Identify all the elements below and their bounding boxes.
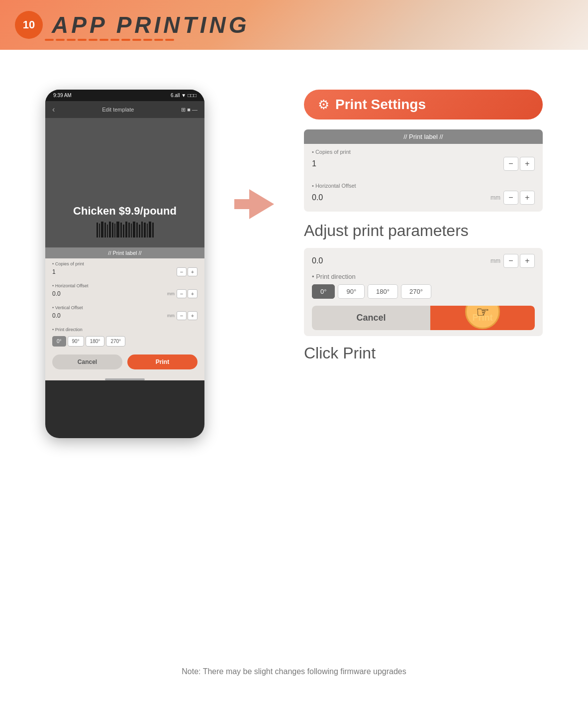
action-row: Cancel Print ☞ <box>312 306 535 330</box>
phone-status-bar: 9:39 AM 6.all ▼ □□□ <box>45 90 204 101</box>
card2-horizontal-stepper[interactable]: − + <box>503 254 535 268</box>
print-settings-panel: ⚙ Print Settings // Print label // • Cop… <box>304 90 543 362</box>
card1-horizontal-minus[interactable]: − <box>503 191 518 205</box>
card1-header: // Print label // <box>304 129 543 144</box>
settings-gear-icon: ⚙ <box>318 97 329 113</box>
phone-horizontal-minus[interactable]: − <box>177 289 187 298</box>
phone-vertical-row: 0.0 mm − + <box>52 311 197 320</box>
phone-copies-value: 1 <box>52 268 56 275</box>
phone-nav-title: Edit template <box>102 107 134 113</box>
header-title: APP PRINTING <box>52 11 249 38</box>
phone-copies-row: 1 − + <box>52 267 197 276</box>
header-number: 10 <box>15 11 43 39</box>
phone-back-icon[interactable]: ‹ <box>52 105 55 114</box>
card1-horizontal-label: • Horizontal Offset <box>312 183 535 189</box>
phone-direction-field: • Print direction <box>45 324 204 334</box>
phone-dir-270[interactable]: 270° <box>106 336 125 347</box>
phone-vertical-minus[interactable]: − <box>177 311 187 320</box>
card1-copies-field: • Copies of print 1 − + <box>304 144 543 178</box>
phone-battery: 6.all ▼ □□□ <box>171 93 196 98</box>
click-print-text: Click Print <box>304 344 543 362</box>
card2-horizontal-plus[interactable]: + <box>520 254 535 268</box>
bottom-note: Note: There may be slight changes follow… <box>0 667 588 676</box>
phone-horizontal-unit: mm <box>167 291 175 296</box>
print-button-wrapper: Print ☞ <box>430 306 535 330</box>
arrow-right-indicator <box>234 189 274 219</box>
phone-copies-minus[interactable]: − <box>177 267 187 276</box>
phone-vertical-stepper[interactable]: − + <box>177 311 197 320</box>
card2-direction-label: • Print direction <box>312 273 535 280</box>
header-banner: 10 APP PRINTING <box>0 0 588 50</box>
phone-horizontal-value: 0.0 <box>52 290 61 297</box>
phone-nav-bar: ‹ Edit template ⊞ ■ — <box>45 101 204 118</box>
phone-copies-label: • Copies of print <box>52 261 197 266</box>
phone-direction-row: 0° 90° 180° 270° <box>52 336 197 347</box>
phone-vertical-unit: mm <box>167 313 175 318</box>
phone-nav-icons[interactable]: ⊞ ■ — <box>181 107 197 113</box>
card1-copies-value: 1 <box>312 159 316 168</box>
card2-dir-0[interactable]: 0° <box>312 284 335 299</box>
card1-horizontal-row: 0.0 mm − + <box>312 191 535 205</box>
card1-horizontal-value: 0.0 <box>312 193 323 202</box>
cancel-button[interactable]: Cancel <box>312 306 430 330</box>
card2-dir-90[interactable]: 90° <box>338 284 365 299</box>
phone-vertical-field: • Vertical Offset 0.0 mm − + <box>45 302 204 324</box>
phone-home-indicator <box>105 378 145 380</box>
action-row-wrapper: Cancel Print ☞ <box>312 306 535 330</box>
arrow-right-head <box>249 189 274 219</box>
card1-horizontal-unit: mm <box>490 194 500 201</box>
card1-horizontal-field: • Horizontal Offset 0.0 mm − + <box>304 178 543 212</box>
phone-print-header: // Print label // <box>45 247 204 258</box>
phone-dir-180[interactable]: 180° <box>86 336 105 347</box>
phone-print-panel: // Print label // • Copies of print 1 − … <box>45 247 204 380</box>
phone-mockup: 9:39 AM 6.all ▼ □□□ ‹ Edit template ⊞ ■ … <box>45 90 204 438</box>
card2-horizontal-minus[interactable]: − <box>503 254 518 268</box>
header-dashes <box>45 39 174 41</box>
phone-vertical-label: • Vertical Offset <box>52 305 197 310</box>
card1-copies-minus[interactable]: − <box>503 157 518 171</box>
phone-print-button[interactable]: Print <box>127 354 197 369</box>
print-settings-header: ⚙ Print Settings <box>304 90 543 119</box>
card1-copies-label: • Copies of print <box>312 149 535 155</box>
phone-copies-plus[interactable]: + <box>188 267 197 276</box>
card1-horizontal-plus[interactable]: + <box>520 191 535 205</box>
phone-copies-stepper[interactable]: − + <box>177 267 197 276</box>
print-settings-card-2: 0.0 mm − + • Print direction 0° 90° 180°… <box>304 248 543 336</box>
finger-emoji: ☞ <box>476 306 490 321</box>
phone-template-preview: Chicken $9.9/pound <box>45 118 204 247</box>
phone-cancel-button[interactable]: Cancel <box>52 354 122 369</box>
settings-title-text: Print Settings <box>335 97 426 113</box>
note-text: Note: There may be slight changes follow… <box>182 667 406 676</box>
print-settings-card-1: // Print label // • Copies of print 1 − … <box>304 129 543 212</box>
phone-product-name: Chicken $9.9/pound <box>73 205 177 218</box>
phone-horizontal-stepper[interactable]: − + <box>177 289 197 298</box>
card1-copies-plus[interactable]: + <box>520 157 535 171</box>
card1-copies-stepper[interactable]: − + <box>503 157 535 171</box>
card1-copies-row: 1 − + <box>312 157 535 171</box>
phone-vertical-value: 0.0 <box>52 312 61 319</box>
card2-horizontal-value: 0.0 <box>312 256 323 265</box>
card2-dir-180[interactable]: 180° <box>368 284 398 299</box>
card1-horizontal-stepper[interactable]: − + <box>503 191 535 205</box>
card2-horizontal-row: 0.0 mm − + <box>312 254 535 268</box>
phone-dir-0[interactable]: 0° <box>52 336 66 347</box>
phone-horizontal-plus[interactable]: + <box>188 289 197 298</box>
phone-action-row: Cancel Print <box>45 351 204 375</box>
phone-vertical-plus[interactable]: + <box>188 311 197 320</box>
phone-direction-label: • Print direction <box>52 327 197 332</box>
phone-horizontal-field: • Horizontal Offset 0.0 mm − + <box>45 280 204 302</box>
phone-horizontal-row: 0.0 mm − + <box>52 289 197 298</box>
phone-dir-90[interactable]: 90° <box>68 336 84 347</box>
card2-horizontal-unit: mm <box>490 257 500 264</box>
phone-time: 9:39 AM <box>53 93 72 98</box>
main-content: 9:39 AM 6.all ▼ □□□ ‹ Edit template ⊞ ■ … <box>0 60 588 468</box>
adjust-print-text: Adjust print parameters <box>304 222 543 240</box>
phone-horizontal-label: • Horizontal Offset <box>52 283 197 288</box>
card2-dir-270[interactable]: 270° <box>401 284 431 299</box>
phone-barcode <box>97 222 154 237</box>
card2-direction-row: 0° 90° 180° 270° <box>312 284 535 299</box>
phone-copies-field: • Copies of print 1 − + <box>45 258 204 280</box>
arrow-container <box>234 90 274 219</box>
